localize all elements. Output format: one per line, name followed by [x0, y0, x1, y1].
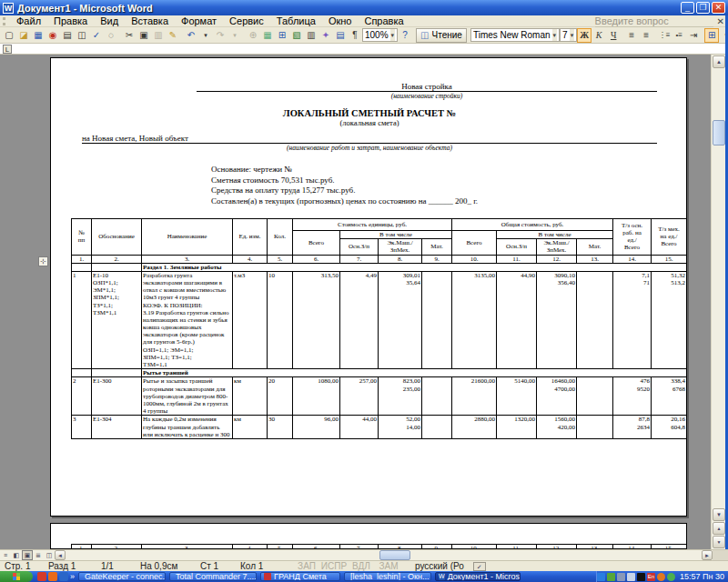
status-flag-ext[interactable]: ВДЛ — [348, 561, 375, 571]
task-grand-smeta[interactable]: ГРАНД Смета — [260, 572, 340, 581]
subsection-row[interactable]: Рытье траншей — [72, 369, 687, 377]
menu-view[interactable]: Вид — [94, 15, 125, 27]
format-painter-button[interactable]: ✎ — [166, 28, 180, 43]
task-document1-active[interactable]: W Документ1 - Micros... — [435, 572, 521, 581]
numbering-button[interactable]: ⋮≡ — [657, 28, 672, 43]
scroll-down-button[interactable]: ▼ — [713, 508, 725, 521]
status-page-of[interactable]: 1/1 — [101, 561, 140, 571]
redo-dropdown[interactable]: ▾ — [228, 28, 242, 43]
print-button[interactable]: ▤ — [60, 28, 75, 43]
redo-button[interactable]: ↷ — [213, 28, 228, 43]
start-button[interactable] — [0, 571, 33, 582]
paste-button[interactable]: ▥ — [151, 28, 166, 43]
status-section[interactable]: Разд 1 — [48, 561, 101, 571]
save-button[interactable]: ▦ — [31, 28, 46, 43]
tray-monitor-icon[interactable] — [617, 573, 625, 581]
cut-button[interactable]: ✂ — [122, 28, 136, 43]
tray-language-indicator[interactable]: En — [647, 573, 655, 581]
menu-window[interactable]: Окно — [322, 15, 359, 27]
view-reading-button[interactable]: ◫ — [44, 550, 55, 560]
research-button[interactable]: ◌ — [104, 28, 118, 43]
view-web-button[interactable]: ◧ — [11, 550, 22, 560]
tray-icon-1[interactable] — [597, 573, 605, 581]
spelling-status-icon[interactable]: ✓ — [473, 562, 486, 571]
status-line[interactable]: Ст 1 — [200, 561, 240, 571]
view-outline-button[interactable]: ≣ — [33, 550, 44, 560]
scroll-right-button[interactable]: ► — [702, 550, 713, 560]
menu-edit[interactable]: Правка — [47, 15, 94, 27]
object-line[interactable]: на Новая смета, Новый объект — [82, 134, 657, 144]
quick-launch-icon-2[interactable] — [48, 572, 57, 581]
menu-help[interactable]: Справка — [358, 15, 410, 27]
table-row-3[interactable]: 3 Е1-304 На каждые 0,2м изменения глубин… — [72, 416, 687, 439]
view-print-layout-button[interactable]: ▣ — [22, 550, 33, 560]
status-position[interactable]: На 0,9см — [140, 561, 200, 571]
font-size-combo[interactable]: 7 ▾ — [560, 28, 577, 42]
document-map-button[interactable]: ▤ — [333, 28, 348, 43]
tray-icon-2[interactable] — [607, 573, 615, 581]
underline-button[interactable]: Ч — [606, 28, 621, 43]
reading-mode-button[interactable]: ◫ Чтение — [416, 28, 467, 43]
taskbar-clock[interactable]: 15:57 Пн 30 — [680, 572, 724, 581]
labor-line[interactable]: Средства на оплату труда 15,277 тыс.руб. — [211, 186, 657, 196]
horizontal-scroll-track[interactable] — [66, 550, 702, 560]
task-lesha-leshin[interactable]: [lesha_leshin] - Окн... — [344, 572, 431, 581]
open-button[interactable]: ◪ — [16, 28, 31, 43]
status-page[interactable]: Стр. 1 — [5, 561, 48, 571]
italic-button[interactable]: К — [592, 28, 606, 43]
hyperlink-button[interactable]: ⊕ — [246, 28, 260, 43]
ruler[interactable]: L — [0, 44, 728, 55]
estimate-subtitle[interactable]: (локальная смета) — [82, 118, 657, 127]
section-row[interactable]: Раздел 1. Земляные работы — [72, 263, 687, 271]
quick-launch-icon-3[interactable] — [59, 572, 68, 581]
copy-button[interactable]: ▣ — [136, 28, 151, 43]
zoom-combo[interactable]: 100% ▾ — [362, 28, 398, 42]
tab-selector[interactable]: L — [3, 45, 12, 54]
indent-button[interactable]: ⇥ — [686, 28, 701, 43]
bold-button[interactable]: Ж — [577, 28, 592, 43]
object-caption[interactable]: (наименование работ и затрат, наименован… — [82, 144, 657, 152]
page-1[interactable]: Новая стройка (наименование стройки) ЛОК… — [50, 57, 687, 517]
previous-page-button[interactable]: ▲ — [713, 522, 725, 535]
drawing-button[interactable]: ✦ — [318, 28, 333, 43]
status-flag-ovr[interactable]: ЗАМ — [375, 561, 402, 571]
status-flag-track[interactable]: ИСПР — [320, 561, 348, 571]
page-2[interactable]: 1.2. 3.4. 5.6. 7.8. 9.10. 11.12. 13.14. … — [50, 523, 687, 549]
bullets-button[interactable]: •≡ — [672, 28, 686, 43]
font-name-combo[interactable]: Times New Roman ▾ — [470, 28, 560, 42]
horizontal-scroll-thumb[interactable] — [379, 550, 410, 560]
scroll-left-button[interactable]: ◄ — [55, 550, 66, 560]
subsection-title[interactable]: Рытье траншей — [142, 369, 687, 377]
basis-line[interactable]: Основание: чертежи № — [211, 165, 657, 176]
section-title[interactable]: Раздел 1. Земляные работы — [142, 263, 687, 271]
scroll-up-button[interactable]: ▲ — [713, 55, 725, 68]
status-flag-rec[interactable]: ЗАП — [293, 561, 320, 571]
quick-launch-icon-1[interactable] — [37, 572, 46, 581]
show-marks-button[interactable]: ¶ — [348, 28, 362, 43]
tray-icon-3[interactable] — [637, 573, 645, 581]
estimate-table[interactable]: № пп Обоснование Наименование Ед. изм. К… — [71, 218, 687, 439]
tables-borders-button[interactable]: ▦ — [260, 28, 275, 43]
close-button[interactable]: ✕ — [712, 2, 725, 14]
quick-launch-chevron-icon[interactable]: » — [70, 572, 75, 581]
undo-button[interactable]: ↶ — [184, 28, 198, 43]
tray-icon-4[interactable] — [657, 573, 665, 581]
vertical-scroll-thumb[interactable] — [713, 120, 725, 146]
construction-caption[interactable]: (наименование стройки) — [197, 92, 657, 100]
align-left-button[interactable]: ≡ — [624, 28, 639, 43]
estimate-title[interactable]: ЛОКАЛЬНЫЙ СМЕТНЫЙ РАСЧЕТ № — [82, 108, 657, 118]
ask-question-box[interactable]: Введите вопрос — [595, 15, 713, 27]
task-total-commander[interactable]: Total Commander 7.... — [169, 572, 257, 581]
horizontal-scrollbar[interactable]: ≡ ◧ ▣ ≣ ◫ ◄ ► — [0, 549, 728, 560]
align-center-button[interactable]: ≡ — [639, 28, 653, 43]
menu-file[interactable]: Файл — [10, 15, 47, 27]
table-row-2[interactable]: 2 Е1-300 Рытье и засыпка траншей роторны… — [72, 377, 687, 416]
insert-table-button[interactable]: ⊞ — [275, 28, 289, 43]
spelling-button[interactable]: ✓ — [89, 28, 104, 43]
status-language[interactable]: русский (Ро — [415, 561, 464, 571]
menu-insert[interactable]: Вставка — [125, 15, 175, 27]
borders-button[interactable]: ⊞ — [704, 28, 719, 43]
new-document-button[interactable]: ▢ — [2, 28, 16, 43]
task-gatekeeper[interactable]: GateKeeper - connec... — [78, 572, 166, 581]
tray-network-icon[interactable] — [627, 573, 635, 581]
